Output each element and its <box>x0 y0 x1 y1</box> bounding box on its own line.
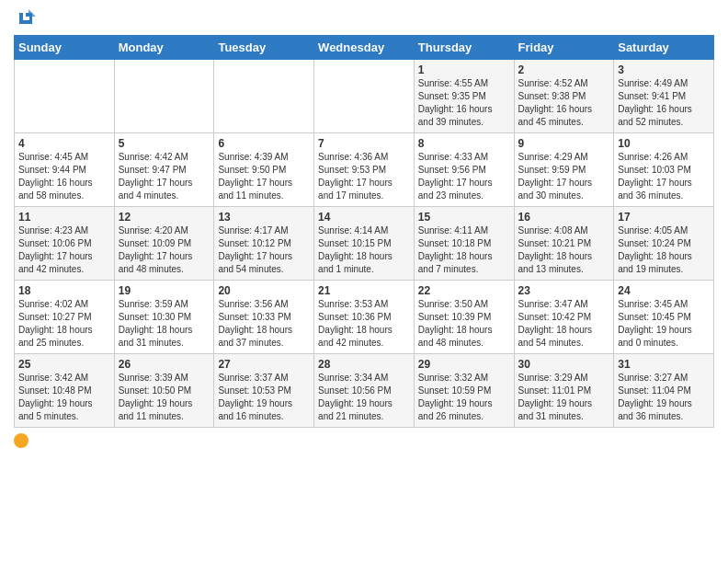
day-cell: 2Sunrise: 4:52 AM Sunset: 9:38 PM Daylig… <box>514 60 614 133</box>
day-number: 20 <box>218 284 310 297</box>
day-number: 21 <box>318 284 410 297</box>
logo <box>14 9 36 28</box>
day-number: 17 <box>618 211 710 224</box>
header-row: SundayMondayTuesdayWednesdayThursdayFrid… <box>15 36 714 60</box>
day-cell: 16Sunrise: 4:08 AM Sunset: 10:21 PM Dayl… <box>514 207 614 281</box>
day-info: Sunrise: 3:53 AM Sunset: 10:36 PM Daylig… <box>318 298 410 350</box>
day-cell <box>214 60 314 133</box>
day-cell: 8Sunrise: 4:33 AM Sunset: 9:56 PM Daylig… <box>414 133 514 207</box>
day-number: 31 <box>618 358 710 371</box>
day-cell: 17Sunrise: 4:05 AM Sunset: 10:24 PM Dayl… <box>614 207 714 281</box>
day-cell: 11Sunrise: 4:23 AM Sunset: 10:06 PM Dayl… <box>15 207 115 281</box>
day-cell: 23Sunrise: 3:47 AM Sunset: 10:42 PM Dayl… <box>514 281 614 354</box>
day-number: 1 <box>418 63 510 76</box>
day-info: Sunrise: 4:39 AM Sunset: 9:50 PM Dayligh… <box>218 151 310 202</box>
day-number: 22 <box>418 284 510 297</box>
day-cell <box>15 60 115 133</box>
day-cell: 6Sunrise: 4:39 AM Sunset: 9:50 PM Daylig… <box>214 133 314 207</box>
week-row-4: 18Sunrise: 4:02 AM Sunset: 10:27 PM Dayl… <box>15 281 714 354</box>
week-row-2: 4Sunrise: 4:45 AM Sunset: 9:44 PM Daylig… <box>15 133 714 207</box>
day-info: Sunrise: 4:42 AM Sunset: 9:47 PM Dayligh… <box>119 151 210 202</box>
day-number: 18 <box>18 284 110 297</box>
day-info: Sunrise: 3:37 AM Sunset: 10:53 PM Daylig… <box>218 372 310 423</box>
day-number: 16 <box>518 211 610 224</box>
day-cell: 5Sunrise: 4:42 AM Sunset: 9:47 PM Daylig… <box>114 133 214 207</box>
day-cell: 25Sunrise: 3:42 AM Sunset: 10:48 PM Dayl… <box>15 354 115 428</box>
day-cell: 13Sunrise: 4:17 AM Sunset: 10:12 PM Dayl… <box>214 207 314 281</box>
day-info: Sunrise: 4:05 AM Sunset: 10:24 PM Daylig… <box>618 224 710 276</box>
day-cell: 22Sunrise: 3:50 AM Sunset: 10:39 PM Dayl… <box>414 281 514 354</box>
day-cell: 1Sunrise: 4:55 AM Sunset: 9:35 PM Daylig… <box>414 60 514 133</box>
day-number: 3 <box>618 63 710 76</box>
day-number: 7 <box>318 137 410 150</box>
day-info: Sunrise: 4:08 AM Sunset: 10:21 PM Daylig… <box>518 224 610 276</box>
header-cell-sunday: Sunday <box>15 36 115 60</box>
header-cell-tuesday: Tuesday <box>214 36 314 60</box>
day-info: Sunrise: 4:26 AM Sunset: 10:03 PM Daylig… <box>618 151 710 202</box>
week-row-3: 11Sunrise: 4:23 AM Sunset: 10:06 PM Dayl… <box>15 207 714 281</box>
day-info: Sunrise: 3:29 AM Sunset: 11:01 PM Daylig… <box>518 372 610 423</box>
day-cell: 31Sunrise: 3:27 AM Sunset: 11:04 PM Dayl… <box>614 354 714 428</box>
day-cell <box>114 60 214 133</box>
day-cell: 9Sunrise: 4:29 AM Sunset: 9:59 PM Daylig… <box>514 133 614 207</box>
day-cell: 7Sunrise: 4:36 AM Sunset: 9:53 PM Daylig… <box>314 133 415 207</box>
day-cell: 27Sunrise: 3:37 AM Sunset: 10:53 PM Dayl… <box>214 354 314 428</box>
header-cell-saturday: Saturday <box>614 36 714 60</box>
day-number: 5 <box>119 137 210 150</box>
day-cell: 28Sunrise: 3:34 AM Sunset: 10:56 PM Dayl… <box>314 354 415 428</box>
calendar-table: SundayMondayTuesdayWednesdayThursdayFrid… <box>14 35 714 428</box>
day-number: 11 <box>18 211 110 224</box>
day-number: 2 <box>518 63 610 76</box>
day-number: 14 <box>318 211 410 224</box>
svg-marker-1 <box>28 9 36 17</box>
day-cell: 12Sunrise: 4:20 AM Sunset: 10:09 PM Dayl… <box>114 207 214 281</box>
day-info: Sunrise: 3:50 AM Sunset: 10:39 PM Daylig… <box>418 298 510 350</box>
day-cell: 4Sunrise: 4:45 AM Sunset: 9:44 PM Daylig… <box>15 133 115 207</box>
day-info: Sunrise: 4:17 AM Sunset: 10:12 PM Daylig… <box>218 224 310 276</box>
day-cell: 20Sunrise: 3:56 AM Sunset: 10:33 PM Dayl… <box>214 281 314 354</box>
day-info: Sunrise: 4:33 AM Sunset: 9:56 PM Dayligh… <box>418 151 510 202</box>
day-cell: 14Sunrise: 4:14 AM Sunset: 10:15 PM Dayl… <box>314 207 415 281</box>
page-header <box>14 9 714 28</box>
day-info: Sunrise: 3:56 AM Sunset: 10:33 PM Daylig… <box>218 298 310 350</box>
day-number: 23 <box>518 284 610 297</box>
day-cell: 18Sunrise: 4:02 AM Sunset: 10:27 PM Dayl… <box>15 281 115 354</box>
day-info: Sunrise: 4:02 AM Sunset: 10:27 PM Daylig… <box>18 298 110 350</box>
day-number: 28 <box>318 358 410 371</box>
day-number: 26 <box>119 358 210 371</box>
day-cell: 10Sunrise: 4:26 AM Sunset: 10:03 PM Dayl… <box>614 133 714 207</box>
day-info: Sunrise: 3:59 AM Sunset: 10:30 PM Daylig… <box>119 298 210 350</box>
day-info: Sunrise: 4:36 AM Sunset: 9:53 PM Dayligh… <box>318 151 410 202</box>
day-number: 29 <box>418 358 510 371</box>
day-cell: 3Sunrise: 4:49 AM Sunset: 9:41 PM Daylig… <box>614 60 714 133</box>
day-cell: 19Sunrise: 3:59 AM Sunset: 10:30 PM Dayl… <box>114 281 214 354</box>
day-number: 15 <box>418 211 510 224</box>
day-cell: 24Sunrise: 3:45 AM Sunset: 10:45 PM Dayl… <box>614 281 714 354</box>
header-cell-thursday: Thursday <box>414 36 514 60</box>
day-info: Sunrise: 4:49 AM Sunset: 9:41 PM Dayligh… <box>618 77 710 129</box>
day-number: 4 <box>18 137 110 150</box>
day-info: Sunrise: 3:32 AM Sunset: 10:59 PM Daylig… <box>418 372 510 423</box>
header-cell-wednesday: Wednesday <box>314 36 415 60</box>
day-info: Sunrise: 4:45 AM Sunset: 9:44 PM Dayligh… <box>18 151 110 202</box>
logo-icon <box>16 7 36 28</box>
day-cell <box>314 60 415 133</box>
day-info: Sunrise: 3:39 AM Sunset: 10:50 PM Daylig… <box>119 372 210 423</box>
week-row-1: 1Sunrise: 4:55 AM Sunset: 9:35 PM Daylig… <box>15 60 714 133</box>
day-info: Sunrise: 4:11 AM Sunset: 10:18 PM Daylig… <box>418 224 510 276</box>
header-cell-monday: Monday <box>114 36 214 60</box>
day-info: Sunrise: 3:45 AM Sunset: 10:45 PM Daylig… <box>618 298 710 350</box>
day-number: 19 <box>119 284 210 297</box>
day-info: Sunrise: 4:23 AM Sunset: 10:06 PM Daylig… <box>18 224 110 276</box>
day-number: 27 <box>218 358 310 371</box>
day-info: Sunrise: 4:29 AM Sunset: 9:59 PM Dayligh… <box>518 151 610 202</box>
day-number: 6 <box>218 137 310 150</box>
day-info: Sunrise: 3:42 AM Sunset: 10:48 PM Daylig… <box>18 372 110 423</box>
calendar-header: SundayMondayTuesdayWednesdayThursdayFrid… <box>15 36 714 60</box>
day-number: 25 <box>18 358 110 371</box>
day-info: Sunrise: 4:14 AM Sunset: 10:15 PM Daylig… <box>318 224 410 276</box>
footer <box>14 433 714 448</box>
day-info: Sunrise: 4:52 AM Sunset: 9:38 PM Dayligh… <box>518 77 610 129</box>
day-info: Sunrise: 3:34 AM Sunset: 10:56 PM Daylig… <box>318 372 410 423</box>
day-info: Sunrise: 3:27 AM Sunset: 11:04 PM Daylig… <box>618 372 710 423</box>
